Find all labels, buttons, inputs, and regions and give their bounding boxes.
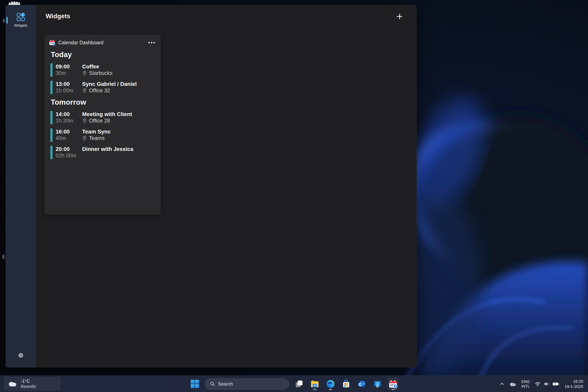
volume-icon [544,382,550,386]
location-pin-icon [82,88,87,93]
task-view-button[interactable] [294,377,305,391]
ellipsis-icon [154,42,155,43]
edge-browser-button[interactable] [325,377,336,391]
event-color-bar [50,146,52,159]
event-color-bar [50,81,52,94]
event-time: 13:00 [56,81,79,88]
event-title: Team Sync [82,128,161,135]
start-button[interactable] [189,377,200,391]
desktop-icon-label-fragment: E [2,254,5,260]
widgets-main: Widgets + [36,5,416,367]
event-duration: 1h 00m [56,88,79,94]
sidebar-item-label: Widgets [14,23,28,28]
active-indicator [6,17,8,24]
event-location: Office 28 [82,118,161,124]
outlook-icon [357,380,366,388]
onedrive-button[interactable] [508,380,518,388]
windows-logo-icon [190,380,199,388]
taskbar: -1°C Bewolkt [0,375,588,392]
language-line2: INTL [521,384,530,389]
search-input[interactable] [218,381,284,387]
desktop-icon-label-fragment: F [3,18,6,24]
settings-button[interactable] [18,352,24,359]
section-heading-tomorrow: Tomorrow [51,98,161,106]
microsoft-store-icon [342,380,350,388]
widget-card-header: Calendar Dashboard [44,35,161,46]
desktop: F E Widgets [0,0,588,392]
panel-header: Widgets + [36,5,416,20]
calendar-dashboard-icon [49,40,55,46]
ellipsis-icon [148,42,150,43]
file-explorer-button[interactable] [309,377,320,391]
event-location: Teams [82,135,161,142]
gear-icon [18,352,24,358]
tray-date: 19-1-2025 [564,384,583,389]
event-duration: 30m [56,70,79,76]
calendar-app-button[interactable] [388,377,399,391]
event-title: Sync Gabriel / Daniel [82,81,161,88]
phone-link-button[interactable] [372,377,383,391]
calendar-event[interactable]: 16:00 40m Team Sync Teams [44,128,161,142]
event-color-bar [50,111,52,124]
page-title: Widgets [46,12,70,20]
outlook-button[interactable] [356,377,368,391]
event-time: 14:00 [56,111,79,118]
event-title: Dinner with Jessica [82,146,161,152]
sidebar-item-widgets[interactable]: Widgets [6,10,36,30]
widgets-panel: Widgets Widgets + [6,5,417,368]
widgets-sidebar: Widgets [6,5,36,367]
weather-cloud-icon [8,380,18,387]
running-indicator [392,389,395,390]
file-explorer-icon [310,380,319,388]
calendar-event[interactable]: 09:00 30m Coffee Starbucks [44,63,161,77]
location-pin-icon [82,70,87,76]
weather-condition: Bewolkt [21,384,36,389]
event-location: Office 32 [82,88,161,94]
location-pin-icon [82,118,87,124]
section-heading-today: Today [51,50,161,59]
event-location: Starbucks [82,70,161,76]
battery-charging-icon [552,382,560,386]
phone-link-icon [373,380,382,388]
weather-temperature: -1°C [21,379,36,384]
event-title: Meeting with Client [82,111,161,118]
event-time: 09:00 [56,63,79,70]
event-duration: 1h 30m [56,118,79,124]
calendar-event[interactable]: 20:00 02h 00m Dinner with Jessica [44,146,161,159]
microsoft-store-button[interactable] [340,377,352,391]
event-time: 20:00 [56,146,79,152]
event-time: 16:00 [56,128,79,135]
clock-button[interactable]: 18:20 19-1-2025 [562,378,585,390]
location-pin-icon [82,136,87,141]
add-widget-button[interactable]: + [394,13,405,20]
event-duration: 02h 00m [56,152,79,159]
language-indicator[interactable]: ENG INTL [520,378,532,390]
calendar-event[interactable]: 13:00 1h 00m Sync Gabriel / Daniel Offic… [44,81,161,94]
calendar-event[interactable]: 14:00 1h 30m Meeting with Client Office … [44,111,161,124]
event-color-bar [50,63,52,77]
tray-chevron-button[interactable] [498,380,506,388]
calendar-widget-card: Calendar Dashboard Today 09:00 30m Coffe… [44,35,161,214]
system-tray: ENG INTL [498,376,585,392]
edge-icon [326,380,335,388]
onedrive-cloud-icon [509,382,517,386]
event-duration: 40m [56,135,79,142]
ellipsis-icon [151,42,152,43]
weather-widget-button[interactable]: -1°C Bewolkt [4,377,61,391]
taskbar-search[interactable] [205,378,289,390]
event-title: Coffee [82,63,161,70]
tray-time: 18:20 [573,379,583,384]
widget-menu-button[interactable] [148,41,156,44]
taskbar-center [189,376,399,392]
event-color-bar [50,128,52,142]
widgets-icon [16,12,25,22]
language-line1: ENG [521,379,530,384]
calendar-app-icon [389,380,398,388]
widget-card-title: Calendar Dashboard [58,40,145,46]
running-indicator [313,389,316,390]
running-indicator [329,389,332,390]
search-icon [210,382,215,386]
quick-settings-button[interactable] [533,380,561,388]
wifi-icon [535,382,540,386]
task-view-icon [295,380,304,388]
